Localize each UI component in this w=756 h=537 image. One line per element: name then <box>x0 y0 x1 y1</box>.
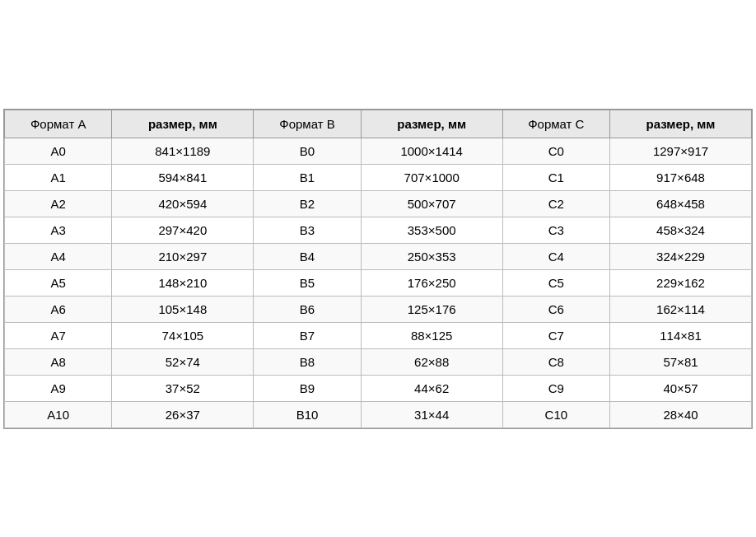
cell-size-b: 1000×1414 <box>361 138 502 164</box>
cell-size-b: 176×250 <box>361 269 502 296</box>
header-format-b: Формат B <box>254 110 361 138</box>
cell-size-a: 841×1189 <box>112 138 254 164</box>
cell-size-a: 148×210 <box>112 269 254 296</box>
cell-format-a: A0 <box>5 138 112 164</box>
cell-format-b: B3 <box>254 217 361 243</box>
cell-format-a: A10 <box>5 401 112 427</box>
cell-format-a: A3 <box>5 217 112 243</box>
cell-format-b: B4 <box>254 243 361 269</box>
cell-format-c: C9 <box>502 375 609 401</box>
cell-format-a: A2 <box>5 190 112 217</box>
cell-format-a: A1 <box>5 164 112 190</box>
header-size-a: размер, мм <box>112 110 254 138</box>
cell-format-c: C3 <box>502 217 609 243</box>
table-row: A5148×210B5176×250C5229×162 <box>5 269 752 296</box>
cell-size-b: 707×1000 <box>361 164 502 190</box>
cell-size-b: 353×500 <box>361 217 502 243</box>
cell-format-b: B8 <box>254 348 361 375</box>
cell-size-a: 26×37 <box>112 401 254 427</box>
cell-format-c: C4 <box>502 243 609 269</box>
cell-size-b: 125×176 <box>361 296 502 322</box>
cell-size-b: 62×88 <box>361 348 502 375</box>
cell-format-a: A7 <box>5 322 112 348</box>
table-header-row: Формат A размер, мм Формат B размер, мм … <box>5 110 752 138</box>
table-row: A0841×1189B01000×1414C01297×917 <box>5 138 752 164</box>
table-row: A852×74B862×88C857×81 <box>5 348 752 375</box>
cell-format-c: C6 <box>502 296 609 322</box>
cell-format-c: C8 <box>502 348 609 375</box>
cell-format-c: C1 <box>502 164 609 190</box>
cell-size-b: 500×707 <box>361 190 502 217</box>
cell-size-c: 1297×917 <box>610 138 752 164</box>
cell-format-b: B7 <box>254 322 361 348</box>
cell-format-c: C0 <box>502 138 609 164</box>
cell-size-a: 297×420 <box>112 217 254 243</box>
cell-size-a: 37×52 <box>112 375 254 401</box>
cell-size-c: 229×162 <box>610 269 752 296</box>
cell-size-a: 594×841 <box>112 164 254 190</box>
header-size-c: размер, мм <box>610 110 752 138</box>
cell-size-a: 105×148 <box>112 296 254 322</box>
cell-format-c: C10 <box>502 401 609 427</box>
cell-size-b: 88×125 <box>361 322 502 348</box>
cell-size-a: 420×594 <box>112 190 254 217</box>
cell-size-a: 52×74 <box>112 348 254 375</box>
cell-size-b: 250×353 <box>361 243 502 269</box>
table-row: A1594×841B1707×1000C1917×648 <box>5 164 752 190</box>
table-row: A2420×594B2500×707C2648×458 <box>5 190 752 217</box>
cell-format-b: B0 <box>254 138 361 164</box>
cell-format-b: B1 <box>254 164 361 190</box>
cell-size-a: 210×297 <box>112 243 254 269</box>
cell-size-c: 917×648 <box>610 164 752 190</box>
cell-size-c: 40×57 <box>610 375 752 401</box>
table-row: A1026×37B1031×44C1028×40 <box>5 401 752 427</box>
cell-size-b: 31×44 <box>361 401 502 427</box>
table-row: A774×105B788×125C7114×81 <box>5 322 752 348</box>
header-format-c: Формат C <box>502 110 609 138</box>
table-row: A937×52B944×62C940×57 <box>5 375 752 401</box>
cell-size-c: 458×324 <box>610 217 752 243</box>
cell-format-b: B2 <box>254 190 361 217</box>
cell-format-c: C7 <box>502 322 609 348</box>
cell-format-b: B10 <box>254 401 361 427</box>
cell-size-b: 44×62 <box>361 375 502 401</box>
cell-format-a: A9 <box>5 375 112 401</box>
cell-format-a: A5 <box>5 269 112 296</box>
cell-size-c: 114×81 <box>610 322 752 348</box>
cell-size-c: 57×81 <box>610 348 752 375</box>
table-row: A4210×297B4250×353C4324×229 <box>5 243 752 269</box>
cell-format-c: C5 <box>502 269 609 296</box>
cell-format-b: B6 <box>254 296 361 322</box>
cell-format-b: B5 <box>254 269 361 296</box>
header-format-a: Формат A <box>5 110 112 138</box>
cell-format-a: A8 <box>5 348 112 375</box>
header-size-b: размер, мм <box>361 110 502 138</box>
cell-size-c: 324×229 <box>610 243 752 269</box>
cell-size-c: 28×40 <box>610 401 752 427</box>
cell-format-b: B9 <box>254 375 361 401</box>
cell-size-c: 648×458 <box>610 190 752 217</box>
cell-size-c: 162×114 <box>610 296 752 322</box>
table-row: A3297×420B3353×500C3458×324 <box>5 217 752 243</box>
cell-format-c: C2 <box>502 190 609 217</box>
cell-format-a: A4 <box>5 243 112 269</box>
paper-sizes-table: Формат A размер, мм Формат B размер, мм … <box>3 109 753 429</box>
cell-size-a: 74×105 <box>112 322 254 348</box>
cell-format-a: A6 <box>5 296 112 322</box>
table-row: A6105×148B6125×176C6162×114 <box>5 296 752 322</box>
